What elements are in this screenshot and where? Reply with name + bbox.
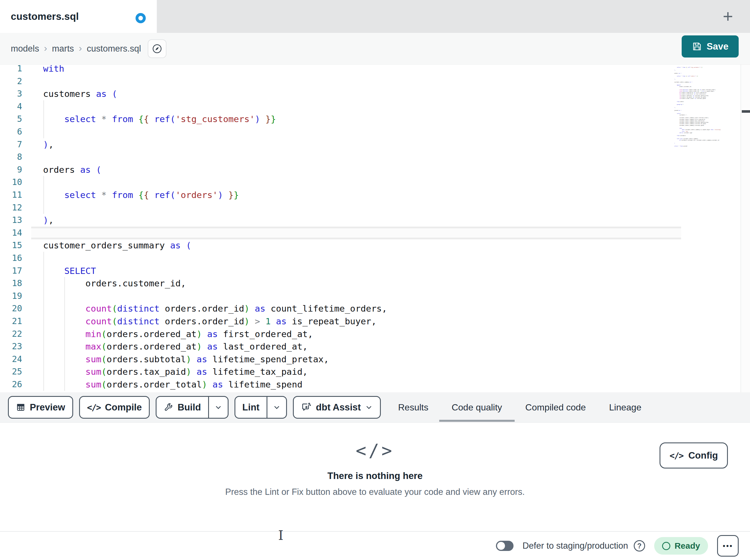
code-line[interactable]: count(distinct orders.order_id) > 1 as i…	[43, 315, 377, 328]
tab-lineage[interactable]: Lineage	[609, 392, 642, 422]
line-number: 16	[0, 252, 22, 265]
help-icon[interactable]: ?	[634, 540, 645, 552]
file-tab-label: customers.sql	[11, 11, 79, 22]
dbt-ide-window: customers.sql + models › marts › custome…	[0, 0, 750, 560]
empty-state-title: There is nothing here	[0, 471, 750, 481]
status-bar: Defer to staging/production ? Ready •••	[0, 531, 750, 560]
line-number: 22	[0, 328, 22, 340]
config-button[interactable]: </> Config	[659, 442, 728, 469]
code-icon: </>	[669, 451, 683, 461]
code-line[interactable]: ),	[43, 214, 54, 227]
lineage-compass-button[interactable]	[148, 39, 166, 58]
line-number: 12	[0, 201, 22, 214]
wrench-icon	[164, 402, 173, 412]
code-line[interactable]: SELECT	[43, 265, 96, 277]
build-button[interactable]: Build	[157, 397, 208, 418]
tab-bar: customers.sql +	[0, 0, 750, 33]
lint-button-label: Lint	[242, 402, 259, 413]
chevron-down-icon	[214, 403, 222, 411]
line-number: 4	[0, 100, 22, 113]
active-line-highlight	[31, 227, 681, 240]
line-number: 13	[0, 214, 22, 227]
code-line[interactable]: count(distinct orders.order_id) as count…	[43, 302, 387, 315]
toggle-knob	[497, 542, 505, 550]
preview-button[interactable]: Preview	[8, 396, 73, 419]
code-quality-panel: </> Config </> There is nothing here Pre…	[0, 422, 750, 531]
dbt-assist-button-label: dbt Assist	[316, 402, 361, 413]
code-line[interactable]: sum(orders.order_total) as lifetime_spen…	[43, 378, 302, 391]
unsaved-changes-dot-icon	[136, 13, 146, 23]
results-tab-strip: Results Code quality Compiled code Linea…	[398, 392, 642, 422]
preview-button-label: Preview	[30, 402, 65, 413]
line-number: 20	[0, 302, 22, 315]
line-number: 1	[0, 65, 22, 75]
status-circle-icon	[662, 542, 670, 550]
minimap[interactable]: with customers as ( select * from {{ ref…	[674, 65, 740, 154]
breadcrumb-separator-icon: ›	[39, 42, 52, 54]
save-button[interactable]: Save	[682, 36, 739, 58]
tab-code-quality[interactable]: Code quality	[452, 392, 502, 422]
line-number: 6	[0, 125, 22, 138]
lint-button[interactable]: Lint	[235, 397, 267, 418]
dbt-assist-button[interactable]: dbt Assist	[293, 396, 381, 419]
code-line[interactable]: orders as (	[43, 163, 101, 176]
assist-chat-sparkle-icon	[301, 402, 312, 413]
table-icon	[16, 402, 25, 412]
tab-results[interactable]: Results	[398, 392, 429, 422]
overflow-menu-button[interactable]: •••	[717, 535, 739, 557]
build-button-label: Build	[178, 402, 201, 413]
breadcrumb-separator-icon: ›	[74, 42, 87, 54]
code-line[interactable]: max(orders.ordered_at) as last_ordered_a…	[43, 340, 308, 353]
editor-scrollbar-track[interactable]	[741, 65, 750, 392]
line-number: 18	[0, 277, 22, 290]
build-dropdown-button[interactable]	[208, 397, 228, 418]
breadcrumb-bar: models › marts › customers.sql Save	[0, 33, 750, 65]
code-line[interactable]: select * from {{ ref('stg_customers') }}	[43, 113, 276, 125]
code-icon: </>	[87, 402, 101, 412]
defer-toggle[interactable]	[496, 541, 514, 551]
scrollbar-cursor-marker[interactable]	[742, 110, 750, 113]
code-line[interactable]: customer_orders_summary as (	[43, 239, 191, 252]
breadcrumb-marts[interactable]: marts	[52, 44, 74, 54]
line-number: 8	[0, 151, 22, 163]
line-number: 25	[0, 366, 22, 378]
code-line[interactable]: customers as (	[43, 87, 117, 100]
line-number: 14	[0, 227, 22, 240]
compile-button-label: Compile	[105, 402, 142, 413]
lint-dropdown-button[interactable]	[267, 397, 286, 418]
config-button-label: Config	[689, 450, 718, 461]
code-line[interactable]: min(orders.ordered_at) as first_ordered_…	[43, 328, 313, 340]
code-editor[interactable]: 1234567891011121314151617181920212223242…	[0, 65, 750, 392]
code-line[interactable]: orders.customer_id,	[43, 277, 186, 290]
line-number: 11	[0, 189, 22, 201]
code-line[interactable]: ),	[43, 138, 54, 151]
defer-label: Defer to staging/production	[522, 541, 628, 551]
chevron-down-icon	[273, 403, 281, 411]
new-tab-button[interactable]: +	[718, 6, 738, 26]
code-line[interactable]: sum(orders.tax_paid) as lifetime_tax_pai…	[43, 366, 308, 378]
status-badge[interactable]: Ready	[654, 537, 708, 555]
line-number: 5	[0, 113, 22, 125]
lint-split-button: Lint	[235, 396, 287, 419]
breadcrumb-file[interactable]: customers.sql	[87, 44, 141, 54]
code-line[interactable]: with	[43, 65, 64, 75]
file-tab-customers-sql[interactable]: customers.sql	[0, 0, 157, 33]
line-number: 2	[0, 75, 22, 88]
compile-button[interactable]: </> Compile	[79, 396, 150, 419]
code-brackets-icon: </>	[0, 440, 750, 461]
floppy-disk-icon	[692, 41, 702, 51]
line-number: 26	[0, 378, 22, 391]
save-button-label: Save	[707, 41, 728, 52]
code-line[interactable]: select * from {{ ref('orders') }}	[43, 189, 239, 201]
build-split-button: Build	[156, 396, 228, 419]
tab-compiled-code[interactable]: Compiled code	[526, 392, 586, 422]
line-number: 19	[0, 290, 22, 303]
line-number: 9	[0, 163, 22, 176]
code-line[interactable]: sum(orders.subtotal) as lifetime_spend_p…	[43, 353, 329, 366]
compass-icon	[152, 43, 162, 54]
line-number: 7	[0, 138, 22, 151]
line-number: 10	[0, 176, 22, 189]
line-number: 15	[0, 239, 22, 252]
empty-state-description: Press the Lint or Fix button above to ev…	[0, 487, 750, 497]
breadcrumb-models[interactable]: models	[11, 44, 39, 54]
